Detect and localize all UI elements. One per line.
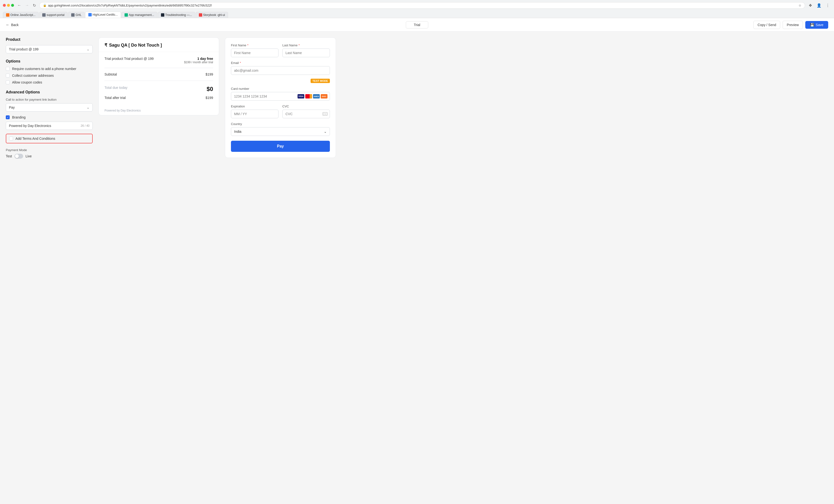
preview-card: ₹ Sagu QA [ Do Not Touch ] Trial product… xyxy=(98,38,219,115)
branding-label: Branding xyxy=(12,115,26,119)
total-today-label: Total due today xyxy=(105,86,127,92)
tab-highlevel[interactable]: HighLevel Certific... xyxy=(85,12,121,18)
cta-dropdown-value: Pay xyxy=(9,106,15,109)
preview-header: ₹ Sagu QA [ Do Not Touch ] xyxy=(99,38,219,52)
cvc-label: CVC xyxy=(282,105,330,108)
add-terms-row[interactable]: Add Terms And Conditions xyxy=(6,134,93,144)
save-label: Save xyxy=(816,23,824,27)
country-value: India xyxy=(234,130,241,133)
last-name-input[interactable] xyxy=(282,48,330,57)
subtotal-amount: $199 xyxy=(205,72,213,76)
total-after-amount: $199 xyxy=(205,96,213,100)
mc-overlap xyxy=(310,94,312,98)
tab-js[interactable]: Online JavaScript... xyxy=(3,12,39,18)
preview-button[interactable]: Preview xyxy=(783,21,803,29)
terms-label: Add Terms And Conditions xyxy=(16,137,55,140)
address-checkbox[interactable] xyxy=(6,74,10,78)
back-nav-button[interactable]: ← xyxy=(16,3,23,8)
app-header: ← Back Trial Copy / Send Preview 💾 Save xyxy=(0,18,834,31)
option-address[interactable]: Collect customer addresses xyxy=(6,74,93,78)
email-label: Email * xyxy=(231,61,330,65)
maximize-window-dot[interactable] xyxy=(11,4,14,7)
close-window-dot[interactable] xyxy=(3,4,6,7)
trial-text: 1 day free xyxy=(184,57,213,61)
email-input[interactable] xyxy=(231,66,330,75)
terms-checkbox[interactable] xyxy=(9,137,13,140)
phone-checkbox[interactable] xyxy=(6,67,10,71)
back-label: Back xyxy=(11,23,19,27)
advanced-options-section: Advanced Options Call to action for paym… xyxy=(6,90,93,144)
reload-button[interactable]: ↻ xyxy=(31,3,38,8)
tab-storybook[interactable]: Storybook -ghl-ui xyxy=(196,12,228,18)
payment-mode-section: Payment Mode Test Live xyxy=(6,148,93,159)
tab-favicon xyxy=(199,13,202,17)
product-dropdown[interactable]: Trial product @ 199 ⌄ xyxy=(6,45,93,53)
right-panel: First Name * Last Name * Email * xyxy=(225,38,336,501)
tab-appmanagement[interactable]: App management... xyxy=(122,12,157,18)
footer-text: Powered by Day Electronics xyxy=(105,109,141,112)
preview-brand: ₹ Sagu QA [ Do Not Touch ] xyxy=(105,43,213,48)
visa-icon: VISA xyxy=(298,94,304,98)
advanced-section-title: Advanced Options xyxy=(6,90,93,94)
live-mode-label: Live xyxy=(26,154,32,158)
divider-2 xyxy=(105,81,213,81)
payment-mode-toggle-row: Test Live xyxy=(6,154,93,159)
profile-button[interactable]: 👤 xyxy=(816,2,822,9)
expiration-label: Expiration xyxy=(231,105,279,108)
branding-input-row: 26 / 40 xyxy=(6,122,93,130)
card-number-field: Card number VISA AMEX DISC xyxy=(231,87,330,101)
tab-ghl[interactable]: GHL xyxy=(68,12,85,18)
forward-nav-button[interactable]: → xyxy=(24,3,30,8)
back-button[interactable]: ← Back xyxy=(6,23,19,27)
header-right: Copy / Send Preview 💾 Save xyxy=(753,21,828,29)
minimize-window-dot[interactable] xyxy=(7,4,10,7)
center-preview-panel: ₹ Sagu QA [ Do Not Touch ] Trial product… xyxy=(98,38,219,501)
name-row: First Name * Last Name * xyxy=(231,43,330,57)
email-field: Email * xyxy=(231,61,330,75)
payment-mode-toggle[interactable] xyxy=(15,154,23,159)
save-button[interactable]: 💾 Save xyxy=(805,21,828,29)
discover-icon: DISC xyxy=(321,94,327,98)
tab-label: GHL xyxy=(75,13,82,17)
required-star-2: * xyxy=(299,43,300,47)
first-name-field: First Name * xyxy=(231,43,279,57)
chevron-down-icon: ⌄ xyxy=(87,47,90,51)
cvc-card-icon: CVC xyxy=(323,112,327,116)
tab-troubleshooting[interactable]: Troubleshooting —... xyxy=(158,12,195,18)
check-icon: ✓ xyxy=(7,116,9,119)
expiration-input[interactable] xyxy=(231,110,279,118)
tab-label: Online JavaScript... xyxy=(10,13,36,17)
pay-button[interactable]: Pay xyxy=(231,141,330,152)
header-center: Trial xyxy=(406,21,429,28)
subtotal-label: Subtotal xyxy=(105,72,117,76)
branding-input[interactable] xyxy=(9,124,81,128)
test-mode-badge: TEST MODE xyxy=(311,79,330,83)
last-name-label: Last Name * xyxy=(282,43,330,47)
copy-send-button[interactable]: Copy / Send xyxy=(753,21,780,29)
cta-dropdown[interactable]: Pay ⌄ xyxy=(6,103,93,111)
option-coupon[interactable]: Allow coupon codes xyxy=(6,80,93,84)
country-field: Country India ⌄ xyxy=(231,122,330,136)
required-star: * xyxy=(247,43,248,47)
first-name-input[interactable] xyxy=(231,48,279,57)
phone-checkbox-label: Require customers to add a phone number xyxy=(12,67,76,71)
last-name-field: Last Name * xyxy=(282,43,330,57)
tab-support[interactable]: support-portal xyxy=(39,12,68,18)
country-select[interactable]: India ⌄ xyxy=(231,127,330,136)
tab-favicon xyxy=(42,13,46,17)
page-title: Trial xyxy=(406,21,429,28)
product-price: 1 day free $199 / month after trial xyxy=(184,57,213,64)
branding-checkbox[interactable]: ✓ xyxy=(6,115,10,119)
address-bar[interactable]: 🔒 app.gohighlevel.com/v2/location/cs2fx7… xyxy=(39,2,805,9)
tab-favicon xyxy=(161,13,164,17)
option-phone[interactable]: Require customers to add a phone number xyxy=(6,67,93,71)
tab-label: support-portal xyxy=(47,13,64,17)
more-options-button[interactable]: ⋮ xyxy=(824,2,831,9)
chevron-down-icon: ⌄ xyxy=(324,130,327,133)
coupon-checkbox-label: Allow coupon codes xyxy=(12,80,42,84)
total-today-row: Total due today $0 xyxy=(105,84,213,94)
star-icon[interactable]: ☆ xyxy=(798,4,802,7)
chevron-down-icon: ⌄ xyxy=(87,106,90,109)
extensions-button[interactable]: ❖ xyxy=(807,2,814,9)
coupon-checkbox[interactable] xyxy=(6,80,10,84)
